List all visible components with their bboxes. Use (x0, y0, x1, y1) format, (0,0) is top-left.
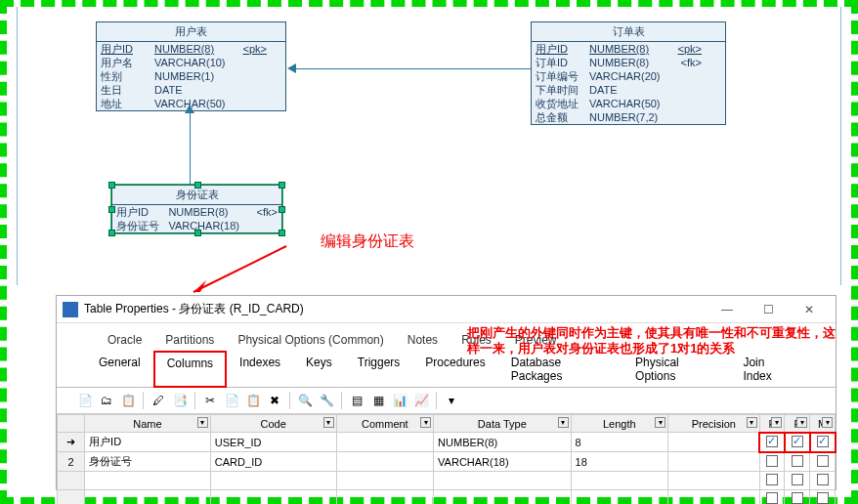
tab-general[interactable]: General (86, 351, 153, 388)
toolbar-button[interactable]: 📑 (171, 392, 189, 409)
checkbox[interactable] (766, 474, 778, 485)
checkbox[interactable] (766, 455, 778, 467)
column-header[interactable]: P▾ (759, 415, 785, 433)
column-filter-icon[interactable]: ▾ (323, 417, 334, 428)
checkbox[interactable] (817, 436, 829, 447)
resize-handle[interactable] (108, 206, 115, 213)
table-row[interactable]: ➜用户IDUSER_IDNUMBER(8)8 (58, 433, 836, 452)
column-header[interactable]: Precision▾ (668, 415, 760, 433)
toolbar-button[interactable]: 📋 (119, 392, 137, 409)
checkbox[interactable] (766, 436, 778, 447)
columns-grid[interactable]: Name▾Code▾Comment▾Data Type▾Length▾Preci… (57, 414, 836, 504)
resize-handle[interactable] (108, 230, 115, 236)
table-cell[interactable] (759, 472, 785, 490)
resize-handle[interactable] (279, 230, 285, 236)
table-cell[interactable] (759, 452, 785, 472)
table-cell[interactable] (434, 490, 571, 505)
table-cell[interactable] (785, 433, 810, 452)
checkbox[interactable] (817, 474, 829, 485)
table-cell[interactable]: CARD_ID (210, 452, 336, 472)
table-cell[interactable] (58, 472, 85, 490)
column-filter-icon[interactable]: ▾ (771, 417, 782, 428)
minimize-button[interactable]: — (707, 298, 748, 321)
table-cell[interactable]: 8 (571, 433, 668, 452)
table-cell[interactable] (85, 490, 211, 505)
table-cell[interactable] (336, 490, 434, 505)
maximize-button[interactable]: ☐ (748, 298, 789, 321)
table-row[interactable] (58, 472, 836, 490)
resize-handle[interactable] (194, 230, 201, 236)
paste-button[interactable]: 📋 (244, 392, 262, 409)
toolbar-button[interactable]: 📊 (391, 392, 408, 409)
table-cell[interactable]: 18 (571, 452, 668, 472)
toolbar-button[interactable]: 📈 (412, 392, 430, 409)
table-cell[interactable] (810, 472, 836, 490)
column-filter-icon[interactable]: ▾ (655, 417, 665, 428)
dialog-titlebar[interactable]: Table Properties - 身份证表 (R_ID_CARD) — ☐ … (57, 296, 836, 323)
tab-columns[interactable]: Columns (153, 351, 227, 388)
table-cell[interactable] (210, 490, 336, 505)
tab-notes[interactable]: Notes (396, 329, 450, 351)
tab-triggers[interactable]: Triggers (345, 351, 413, 388)
table-cell[interactable] (810, 433, 836, 452)
checkbox[interactable] (792, 436, 803, 447)
table-cell[interactable]: ➜ (58, 433, 85, 452)
column-header[interactable]: Comment▾ (336, 415, 434, 433)
toolbar-button[interactable]: 🖊 (150, 392, 167, 409)
copy-button[interactable]: 📄 (223, 392, 240, 409)
table-cell[interactable] (434, 472, 571, 490)
checkbox[interactable] (792, 474, 803, 485)
column-header[interactable]: M▾ (810, 415, 836, 433)
resize-handle[interactable] (194, 182, 201, 189)
column-filter-icon[interactable]: ▾ (197, 417, 208, 428)
table-cell[interactable] (785, 490, 810, 505)
checkbox[interactable] (792, 492, 803, 504)
column-filter-icon[interactable]: ▾ (822, 417, 833, 428)
table-cell[interactable] (336, 433, 434, 452)
table-cell[interactable] (785, 452, 810, 472)
table-cell[interactable]: 用户ID (85, 433, 211, 452)
tab-oracle[interactable]: Oracle (96, 329, 153, 351)
tab-partitions[interactable]: Partitions (153, 329, 226, 351)
table-row[interactable]: 2身份证号CARD_IDVARCHAR(18)18 (58, 452, 836, 472)
table-cell[interactable] (336, 452, 434, 472)
checkbox[interactable] (817, 492, 829, 504)
table-cell[interactable] (759, 490, 785, 505)
table-cell[interactable]: 身份证号 (85, 452, 211, 472)
tab-physical-options-common-[interactable]: Physical Options (Common) (226, 329, 395, 351)
toolbar-button[interactable]: ▤ (348, 392, 365, 409)
toolbar-button[interactable]: 📄 (76, 392, 94, 409)
column-header[interactable] (58, 415, 85, 433)
table-cell[interactable] (668, 472, 760, 490)
column-filter-icon[interactable]: ▾ (420, 417, 431, 428)
checkbox[interactable] (792, 455, 803, 467)
table-cell[interactable]: VARCHAR(18) (434, 452, 571, 472)
column-filter-icon[interactable]: ▾ (747, 417, 757, 428)
toolbar-button[interactable]: ▾ (443, 392, 460, 409)
table-cell[interactable] (759, 433, 785, 452)
column-header[interactable]: Name▾ (85, 415, 211, 433)
resize-handle[interactable] (279, 182, 285, 189)
table-cell[interactable] (210, 472, 336, 490)
resize-handle[interactable] (108, 182, 115, 189)
column-header[interactable]: Length▾ (571, 415, 668, 433)
resize-handle[interactable] (279, 206, 285, 213)
table-cell[interactable]: USER_ID (210, 433, 336, 452)
toolbar-button[interactable]: 🔍 (296, 392, 314, 409)
table-cell[interactable] (668, 452, 760, 472)
toolbar-button[interactable]: 🗂 (98, 392, 115, 409)
table-cell[interactable] (810, 452, 836, 472)
table-cell[interactable] (810, 490, 836, 505)
entity-user-table[interactable]: 用户表 用户IDNUMBER(8)<pk>用户名VARCHAR(10)性别NUM… (96, 21, 286, 111)
column-header[interactable]: Code▾ (210, 415, 336, 433)
cut-button[interactable]: ✂ (201, 392, 219, 409)
checkbox[interactable] (817, 455, 829, 467)
table-cell[interactable] (336, 472, 434, 490)
close-button[interactable]: ✕ (789, 298, 830, 321)
entity-order-table[interactable]: 订单表 用户IDNUMBER(8)<pk>订单IDNUMBER(8)<fk>订单… (531, 21, 726, 125)
table-cell[interactable] (785, 472, 810, 490)
delete-button[interactable]: ✖ (266, 392, 283, 409)
column-header[interactable]: Data Type▾ (434, 415, 571, 433)
table-cell[interactable] (668, 433, 760, 452)
column-filter-icon[interactable]: ▾ (796, 417, 807, 428)
